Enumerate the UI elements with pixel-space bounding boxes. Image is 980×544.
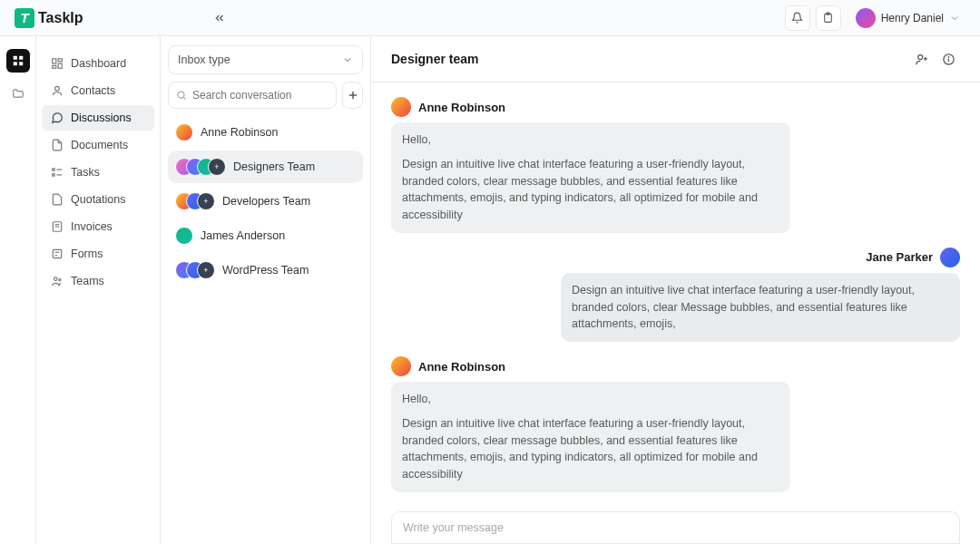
rail-item-files[interactable] [6, 82, 30, 105]
sidebar-item-label: Discussions [71, 112, 132, 124]
message-block: Anne Robinson Hello, Design an intuitive… [391, 97, 960, 233]
avatar [391, 97, 411, 117]
conversation-item[interactable]: + Developers Team [168, 185, 363, 218]
svg-rect-2 [13, 56, 16, 60]
sidebar-collapse-button[interactable] [209, 7, 230, 29]
message-block: Jane Parker Design an intuitive live cha… [391, 248, 960, 342]
sidebar-item-label: Teams [71, 275, 104, 287]
logo[interactable]: T TaskIp [15, 8, 83, 28]
chat-title: Designer team [391, 52, 478, 66]
svg-rect-13 [53, 174, 54, 176]
file-icon [51, 193, 64, 206]
form-icon [51, 248, 64, 260]
top-header: T TaskIp Henry Daniel [0, 0, 980, 36]
inbox-type-select[interactable]: Inbox type [168, 45, 363, 74]
sidebar-item-contacts[interactable]: Contacts [42, 78, 154, 103]
svg-rect-9 [53, 65, 56, 68]
bell-icon [791, 12, 803, 24]
sidebar-item-quotations[interactable]: Quotations [42, 187, 154, 212]
message-bubble: Hello, Design an intuitive live chat int… [391, 122, 790, 233]
svg-line-24 [183, 97, 185, 99]
svg-rect-8 [58, 63, 62, 68]
svg-point-23 [178, 92, 184, 98]
logo-text: TaskIp [38, 10, 83, 26]
svg-point-21 [54, 277, 58, 281]
conversation-item[interactable]: Anne Robinson [168, 116, 363, 149]
svg-rect-5 [19, 62, 23, 65]
avatar-more-icon: + [197, 261, 215, 279]
user-icon [51, 84, 64, 97]
message-bubble: Hello, Design an intuitive live chat int… [391, 382, 790, 492]
sidebar-item-label: Contacts [71, 84, 115, 97]
message-sender: Anne Robinson [418, 101, 505, 114]
svg-rect-18 [53, 249, 61, 257]
message-text: Design an intuitive live chat interface … [572, 282, 949, 333]
user-plus-icon [915, 53, 928, 66]
chevron-down-icon [342, 54, 353, 65]
conversation-list: Anne Robinson + Designers Team + [168, 116, 363, 287]
avatar [175, 227, 193, 245]
chat-header: Designer team [371, 36, 980, 83]
folder-icon [12, 87, 24, 100]
clipboard-button[interactable] [816, 5, 841, 31]
inbox-column: Inbox type Anne Robinson [161, 36, 371, 544]
sidebar-item-teams[interactable]: Teams [42, 268, 154, 294]
sidebar-item-label: Tasks [71, 166, 100, 179]
sidebar-item-label: Invoices [71, 220, 113, 233]
sidebar-item-forms[interactable]: Forms [42, 241, 154, 267]
svg-rect-6 [53, 59, 56, 63]
avatar [856, 8, 876, 28]
svg-rect-7 [58, 59, 62, 62]
clipboard-icon [822, 12, 834, 24]
sidebar-item-label: Forms [71, 248, 103, 260]
sidebar-item-label: Quotations [71, 193, 125, 206]
avatar [940, 248, 960, 267]
user-menu[interactable]: Henry Daniel [850, 5, 965, 32]
new-conversation-button[interactable] [342, 82, 363, 109]
rail-item-apps[interactable] [6, 49, 30, 73]
chat-icon [51, 112, 64, 124]
composer-placeholder: Write your message [403, 521, 504, 534]
sidebar-item-tasks[interactable]: Tasks [42, 160, 154, 185]
sidebar-nav: Dashboard Contacts Discussions Documents… [36, 36, 161, 544]
conversation-label: Designers Team [233, 160, 315, 173]
sidebar-item-documents[interactable]: Documents [42, 132, 154, 158]
svg-point-22 [59, 279, 61, 281]
message-bubble: Design an intuitive live chat interface … [561, 273, 960, 342]
svg-rect-11 [53, 169, 54, 170]
add-member-button[interactable] [909, 47, 933, 71]
search-input[interactable] [192, 89, 328, 102]
sidebar-item-dashboard[interactable]: Dashboard [42, 51, 154, 76]
message-sender: Jane Parker [866, 250, 933, 264]
svg-rect-4 [13, 62, 16, 65]
sidebar-item-label: Documents [71, 139, 128, 151]
inbox-type-label: Inbox type [178, 53, 230, 66]
message-text: Design an intuitive live chat interface … [402, 156, 779, 224]
avatar [175, 123, 193, 141]
message-sender: Anne Robinson [418, 360, 505, 374]
conversation-item[interactable]: James Anderson [168, 219, 363, 252]
conversation-label: James Anderson [201, 229, 285, 242]
tasks-icon [51, 166, 64, 179]
message-text: Hello, [402, 391, 779, 408]
message-list[interactable]: Anne Robinson Hello, Design an intuitive… [371, 83, 980, 506]
svg-point-10 [55, 86, 60, 91]
avatar [391, 356, 411, 376]
chat-panel: Designer team Anne Robinson He [371, 36, 980, 544]
logo-mark-icon: T [15, 8, 34, 28]
message-block: Anne Robinson Hello, Design an intuitive… [391, 356, 960, 492]
user-name-label: Henry Daniel [881, 12, 944, 24]
app-rail [0, 36, 36, 544]
search-conversation-wrap[interactable] [168, 82, 337, 109]
conversation-item[interactable]: + WordPress Team [168, 254, 363, 287]
chevron-down-icon [949, 13, 960, 24]
chat-info-button[interactable] [936, 47, 960, 71]
message-composer[interactable]: Write your message [391, 511, 960, 544]
conversation-item[interactable]: + Designers Team [168, 151, 363, 183]
message-text: Design an intuitive live chat interface … [402, 415, 779, 483]
notifications-button[interactable] [785, 5, 810, 31]
conversation-label: WordPress Team [222, 264, 309, 277]
sidebar-item-invoices[interactable]: Invoices [42, 214, 154, 239]
conversation-label: Developers Team [222, 195, 310, 208]
sidebar-item-discussions[interactable]: Discussions [42, 105, 154, 131]
